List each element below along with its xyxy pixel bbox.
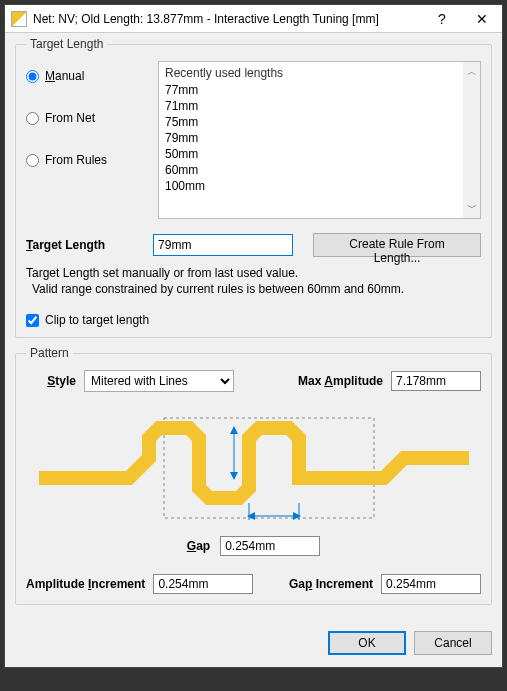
radio-from-net-input[interactable]: [26, 112, 39, 125]
list-item[interactable]: 71mm: [165, 98, 480, 114]
target-length-legend: Target Length: [26, 37, 107, 51]
amplitude-increment-input[interactable]: [153, 574, 253, 594]
radio-manual[interactable]: Manual: [26, 69, 146, 83]
gap-input[interactable]: [220, 536, 320, 556]
listbox-scrollbar[interactable]: ︿ ﹀: [463, 62, 480, 218]
style-select[interactable]: Mitered with Lines: [84, 370, 234, 392]
clip-checkbox-row[interactable]: Clip to target length: [26, 313, 481, 327]
cancel-button[interactable]: Cancel: [414, 631, 492, 655]
target-length-label: Target Length: [26, 238, 143, 252]
tuning-pattern-svg: [34, 408, 474, 528]
help-button[interactable]: ?: [422, 6, 462, 32]
svg-marker-3: [230, 472, 238, 480]
list-item[interactable]: 100mm: [165, 178, 480, 194]
app-icon: [11, 11, 27, 27]
close-button[interactable]: ✕: [462, 6, 502, 32]
clip-checkbox[interactable]: [26, 314, 39, 327]
list-item[interactable]: 60mm: [165, 162, 480, 178]
radio-from-rules-input[interactable]: [26, 154, 39, 167]
target-length-group: Target Length Manual From Net From Rules: [15, 37, 492, 338]
listbox-header: Recently used lengths: [165, 64, 480, 82]
max-amplitude-input[interactable]: [391, 371, 481, 391]
ok-button[interactable]: OK: [328, 631, 406, 655]
radio-manual-label: Manual: [45, 69, 84, 83]
hint-line-1: Target Length set manually or from last …: [26, 265, 481, 281]
pattern-diagram: [26, 398, 481, 532]
scroll-up-icon[interactable]: ︿: [467, 62, 477, 82]
list-item[interactable]: 75mm: [165, 114, 480, 130]
titlebar: Net: NV; Old Length: 13.877mm - Interact…: [5, 5, 502, 33]
svg-marker-2: [230, 426, 238, 434]
list-item[interactable]: 79mm: [165, 130, 480, 146]
amplitude-increment-label: Amplitude Increment: [26, 577, 145, 591]
svg-marker-6: [293, 512, 301, 520]
radio-from-rules[interactable]: From Rules: [26, 153, 146, 167]
recently-used-listbox[interactable]: Recently used lengths 77mm 71mm 75mm 79m…: [158, 61, 481, 219]
hint-line-2: Valid range constrained by current rules…: [26, 281, 481, 297]
window-title: Net: NV; Old Length: 13.877mm - Interact…: [33, 12, 422, 26]
hint-text: Target Length set manually or from last …: [26, 265, 481, 297]
scroll-down-icon[interactable]: ﹀: [467, 198, 477, 218]
gap-label: Gap: [187, 539, 210, 553]
radio-manual-input[interactable]: [26, 70, 39, 83]
pattern-legend: Pattern: [26, 346, 73, 360]
style-label: Style: [26, 374, 76, 388]
max-amplitude-label: Max Amplitude: [298, 374, 383, 388]
radio-from-net-label: From Net: [45, 111, 95, 125]
gap-increment-input[interactable]: [381, 574, 481, 594]
pattern-group: Pattern Style Mitered with Lines Max Amp…: [15, 346, 492, 605]
list-item[interactable]: 77mm: [165, 82, 480, 98]
list-item[interactable]: 50mm: [165, 146, 480, 162]
radio-from-net[interactable]: From Net: [26, 111, 146, 125]
create-rule-button[interactable]: Create Rule From Length...: [313, 233, 481, 257]
radio-from-rules-label: From Rules: [45, 153, 107, 167]
dialog-content: Target Length Manual From Net From Rules: [5, 33, 502, 623]
target-mode-radios: Manual From Net From Rules: [26, 61, 146, 219]
clip-checkbox-label: Clip to target length: [45, 313, 149, 327]
dialog-footer: OK Cancel: [5, 623, 502, 667]
svg-marker-5: [247, 512, 255, 520]
gap-increment-label: Gap Increment: [289, 577, 373, 591]
dialog-window: Net: NV; Old Length: 13.877mm - Interact…: [4, 4, 503, 668]
target-length-input[interactable]: [153, 234, 293, 256]
